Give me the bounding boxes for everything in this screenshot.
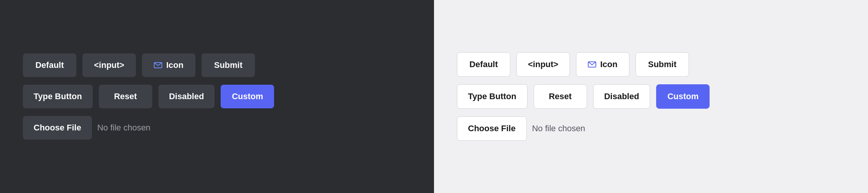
disabled-button-dark[interactable]: Disabled	[158, 85, 215, 108]
no-file-label-light: No file chosen	[532, 124, 585, 133]
type-button-dark[interactable]: Type Button	[23, 85, 93, 108]
envelope-icon	[154, 62, 162, 68]
light-button-row-2: Type Button Reset Disabled Custom	[457, 84, 710, 109]
default-button-dark[interactable]: Default	[23, 53, 76, 77]
dark-panel: Default <input> Icon Submit Type Button …	[0, 0, 434, 193]
custom-button-light[interactable]: Custom	[656, 84, 710, 109]
disabled-button-light[interactable]: Disabled	[593, 84, 650, 109]
dark-button-row-2: Type Button Reset Disabled Custom	[23, 85, 274, 108]
custom-button-dark[interactable]: Custom	[221, 85, 274, 108]
light-file-row: Choose File No file chosen	[457, 116, 585, 141]
dark-file-row: Choose File No file chosen	[23, 116, 150, 140]
no-file-label-dark: No file chosen	[97, 123, 150, 133]
reset-button-dark[interactable]: Reset	[99, 85, 152, 108]
input-button-dark[interactable]: <input>	[82, 53, 136, 77]
submit-button-light[interactable]: Submit	[636, 52, 689, 77]
light-button-row-1: Default <input> Icon Submit	[457, 52, 689, 77]
submit-button-dark[interactable]: Submit	[202, 53, 255, 77]
choose-file-button-dark[interactable]: Choose File	[23, 116, 92, 140]
dark-button-row-1: Default <input> Icon Submit	[23, 53, 255, 77]
envelope-icon-light	[588, 61, 596, 68]
light-panel: Default <input> Icon Submit Type Button …	[434, 0, 868, 193]
input-button-light[interactable]: <input>	[516, 52, 570, 77]
icon-button-dark[interactable]: Icon	[142, 53, 195, 77]
default-button-light[interactable]: Default	[457, 52, 510, 77]
type-button-light[interactable]: Type Button	[457, 84, 528, 109]
icon-button-light[interactable]: Icon	[576, 52, 629, 77]
reset-button-light[interactable]: Reset	[534, 84, 587, 109]
choose-file-button-light[interactable]: Choose File	[457, 116, 527, 141]
